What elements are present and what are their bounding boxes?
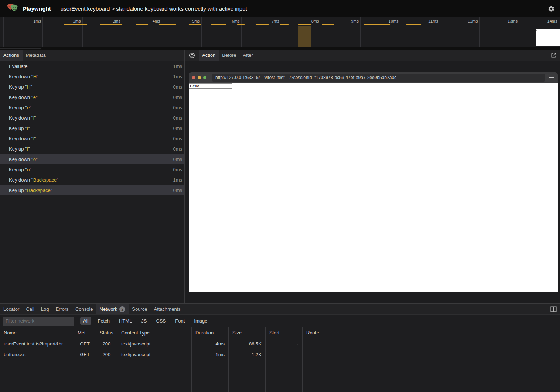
timeline-tick: 6ms — [202, 17, 242, 47]
tab-network[interactable]: Network2 — [96, 304, 129, 314]
timeline-action-mark — [189, 24, 201, 25]
action-key-close-quote: " — [34, 136, 36, 141]
page-text-input[interactable] — [189, 83, 232, 89]
network-cell[interactable]: - — [266, 338, 303, 349]
network-col-filler — [96, 360, 117, 392]
filter-chip-css[interactable]: CSS — [153, 317, 169, 325]
action-row[interactable]: Key up"l"0ms — [0, 123, 184, 133]
filter-chip-all[interactable]: All — [80, 317, 91, 325]
timeline-action-mark — [256, 24, 269, 25]
action-title: Key up — [9, 146, 24, 152]
action-key-close-quote: " — [31, 84, 33, 90]
tab-locator[interactable]: Locator — [0, 304, 23, 314]
gear-icon[interactable] — [548, 5, 555, 12]
action-key-close-quote: " — [57, 177, 58, 183]
network-count-badge: 2 — [119, 306, 125, 312]
action-row[interactable]: Key down"Backspace"1ms — [0, 175, 184, 185]
tab-log[interactable]: Log — [38, 304, 52, 314]
tab-metadata[interactable]: Metadata — [23, 50, 49, 61]
tab-call[interactable]: Call — [23, 304, 37, 314]
timeline-scroll-grip[interactable] — [0, 48, 41, 49]
tab-action[interactable]: Action — [199, 50, 219, 61]
action-title: Evaluate — [9, 63, 28, 69]
filter-chip-html[interactable]: HTML — [116, 317, 135, 325]
timeline-tick: 9ms — [321, 17, 361, 47]
network-cell[interactable]: 1.2K — [229, 349, 266, 360]
action-title: Key up — [9, 188, 24, 193]
network-col-header[interactable]: Content Type — [117, 327, 192, 338]
action-key-close-quote: " — [51, 188, 52, 193]
network-col-filler — [192, 360, 229, 392]
pick-locator-target-icon[interactable] — [189, 52, 195, 58]
tab-errors[interactable]: Errors — [52, 304, 72, 314]
network-cell[interactable] — [303, 338, 560, 349]
network-cell[interactable]: userEvent.test.ts?import&bro… — [0, 338, 74, 349]
network-col-header[interactable]: Status — [96, 327, 117, 338]
timeline-tick-label: 13ms — [508, 19, 518, 23]
action-title: Key down — [9, 94, 30, 100]
timeline-action-mark — [159, 24, 176, 25]
tab-actions[interactable]: Actions — [0, 50, 23, 61]
action-row[interactable]: Key up"o"0ms — [0, 164, 184, 175]
action-key-close-quote: " — [30, 105, 31, 110]
action-key-close-quote: " — [37, 74, 38, 79]
tab-console[interactable]: Console — [72, 304, 96, 314]
network-cell[interactable]: 4ms — [192, 338, 229, 349]
network-cell[interactable]: button.css — [0, 349, 74, 360]
action-row[interactable]: Key up"H"0ms — [0, 82, 184, 92]
timeline-action-mark — [136, 24, 148, 25]
action-key: H — [27, 84, 30, 90]
action-row[interactable]: Key down"l"0ms — [0, 133, 184, 144]
filter-chip-js[interactable]: JS — [138, 317, 150, 325]
network-col-header[interactable]: Start — [266, 327, 303, 338]
action-row[interactable]: Key down"l"0ms — [0, 113, 184, 123]
timeline-tick: 3ms — [83, 17, 123, 47]
network-col-header[interactable]: Route — [303, 327, 560, 338]
action-duration: 0ms — [173, 125, 182, 131]
network-cell[interactable]: 200 — [96, 349, 117, 360]
network-col-header[interactable]: Name — [0, 327, 74, 338]
action-row[interactable]: Evaluate1ms — [0, 61, 184, 71]
network-cell[interactable]: 86.5K — [229, 338, 266, 349]
action-duration: 0ms — [173, 115, 182, 121]
tab-after[interactable]: After — [239, 50, 256, 61]
tab-source[interactable]: Source — [129, 304, 150, 314]
snapshot-tabbar: Action Before After — [185, 50, 560, 61]
network-cell[interactable]: - — [266, 349, 303, 360]
filter-chip-image[interactable]: Image — [191, 317, 210, 325]
browser-window-snapshot: http://127.0.0.1:63315/__vitest_test__/?… — [189, 72, 558, 292]
network-col-header[interactable]: Duration — [192, 327, 229, 338]
network-col-header[interactable]: Method — [74, 327, 96, 338]
tab-before[interactable]: Before — [219, 50, 239, 61]
action-key: H — [33, 74, 37, 79]
action-row[interactable]: Key down"H"1ms — [0, 71, 184, 82]
network-cell[interactable]: text/javascript — [117, 349, 192, 360]
timeline-tick-label: 12ms — [468, 19, 478, 23]
filter-chip-fetch[interactable]: Fetch — [95, 317, 113, 325]
network-cell[interactable] — [303, 349, 560, 360]
tab-attachments[interactable]: Attachments — [150, 304, 184, 314]
bottom-tabbar-tabs: LocatorCallLogErrorsConsoleNetwork2Sourc… — [0, 304, 184, 314]
timeline-tick-label: 10ms — [389, 19, 399, 23]
action-row[interactable]: Key up"Backspace"0ms — [0, 185, 184, 195]
action-row[interactable]: Key down"o"0ms — [0, 154, 184, 164]
filter-network-input[interactable] — [3, 317, 74, 326]
network-cell[interactable]: 200 — [96, 338, 117, 349]
columns-toggle-icon[interactable] — [550, 306, 557, 312]
address-bar: http://127.0.0.1:63315/__vitest_test__/?… — [212, 74, 545, 82]
action-row[interactable]: Key up"l"0ms — [0, 144, 184, 154]
timeline-tick: 2ms — [43, 17, 83, 47]
action-duration: 0ms — [173, 136, 182, 141]
network-cell[interactable]: text/javascript — [117, 338, 192, 349]
action-key-close-quote: " — [34, 115, 36, 121]
timeline-ruler[interactable]: 1ms2ms3ms4ms5ms6ms7ms8ms9ms10ms11ms12ms1… — [0, 17, 560, 47]
filter-chip-font[interactable]: Font — [172, 317, 188, 325]
action-duration: 0ms — [173, 167, 182, 172]
network-col-header[interactable]: Size — [229, 327, 266, 338]
action-row[interactable]: Key up"e"0ms — [0, 102, 184, 113]
open-external-icon[interactable] — [551, 52, 556, 58]
network-cell[interactable]: 1ms — [192, 349, 229, 360]
action-row[interactable]: Key down"e"0ms — [0, 92, 184, 102]
network-cell[interactable]: GET — [74, 338, 96, 349]
network-cell[interactable]: GET — [74, 349, 96, 360]
